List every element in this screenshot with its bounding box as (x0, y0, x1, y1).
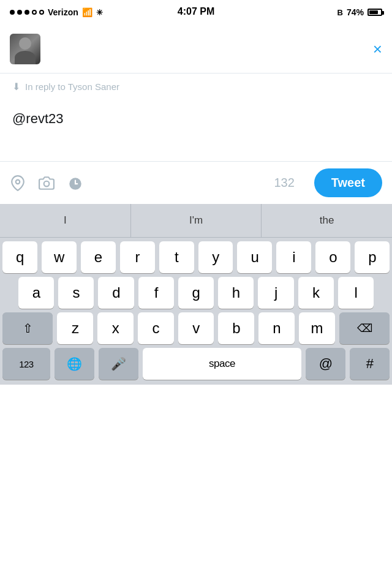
keyboard-row-2: a s d f g h j k l (0, 273, 392, 309)
battery-fill (369, 10, 378, 14)
predictive-item-0[interactable]: I (0, 204, 131, 237)
keyboard-row-4: 123 🌐 🎤 space @ # (0, 344, 392, 385)
at-key[interactable]: @ (306, 348, 345, 380)
key-f[interactable]: f (138, 277, 174, 309)
status-time: 4:07 PM (178, 6, 214, 17)
bluetooth-icon: B (337, 8, 343, 17)
status-left: Verizon 📶 ✳ (10, 7, 103, 17)
key-c[interactable]: c (138, 312, 174, 344)
key-b[interactable]: b (218, 312, 254, 344)
key-i[interactable]: i (276, 241, 311, 273)
key-x[interactable]: x (97, 312, 134, 344)
predictive-bar: I I'm the (0, 204, 392, 238)
avatar-image (10, 34, 40, 64)
char-count: 132 (274, 176, 294, 190)
battery-icon (368, 9, 382, 16)
reply-label: ⬇ In reply to Tyson Saner (0, 74, 392, 100)
key-a[interactable]: a (18, 277, 54, 309)
keyboard-row-3: ⇧ z x c v b n m ⌫ (0, 309, 392, 344)
key-p[interactable]: p (355, 241, 390, 273)
key-e[interactable]: e (81, 241, 116, 273)
svg-point-1 (44, 181, 50, 186)
key-m[interactable]: m (299, 312, 335, 344)
key-v[interactable]: v (178, 312, 214, 344)
signal-dot-5 (39, 10, 44, 15)
key-w[interactable]: w (42, 241, 77, 273)
shift-key[interactable]: ⇧ (2, 312, 53, 344)
key-r[interactable]: r (120, 241, 155, 273)
key-u[interactable]: u (237, 241, 272, 273)
key-d[interactable]: d (98, 277, 134, 309)
tweet-header: × (0, 24, 392, 74)
predictive-item-1[interactable]: I'm (131, 204, 262, 237)
key-s[interactable]: s (58, 277, 94, 309)
reply-to-text: In reply to Tyson Saner (25, 81, 119, 92)
close-button[interactable]: × (373, 41, 382, 57)
signal-dot-2 (17, 10, 22, 15)
carrier-label: Verizon (48, 7, 78, 17)
key-j[interactable]: j (258, 277, 293, 309)
hash-key[interactable]: # (350, 348, 390, 380)
key-y[interactable]: y (198, 241, 233, 273)
globe-key[interactable]: 🌐 (55, 348, 94, 380)
tweet-toolbar: 132 Tweet (0, 161, 392, 204)
keyboard-row-1: q w e r t y u i o p (0, 238, 392, 273)
key-h[interactable]: h (218, 277, 254, 309)
tweet-compose-area[interactable]: @revt23 (0, 100, 392, 161)
avatar (10, 34, 40, 64)
key-k[interactable]: k (298, 277, 334, 309)
reply-arrow-icon: ⬇ (12, 81, 20, 92)
location-button[interactable] (10, 175, 26, 191)
battery-percent: 74% (347, 7, 364, 17)
signal-dot-3 (24, 10, 29, 15)
predictive-item-2[interactable]: the (262, 204, 392, 237)
key-g[interactable]: g (178, 277, 214, 309)
signal-dot-4 (32, 10, 37, 15)
key-t[interactable]: t (159, 241, 194, 273)
status-bar: Verizon 📶 ✳ 4:07 PM B 74% (0, 0, 392, 24)
camera-button[interactable] (38, 175, 55, 191)
key-q[interactable]: q (2, 241, 37, 273)
key-n[interactable]: n (258, 312, 295, 344)
avatar-head (19, 37, 31, 50)
delete-key[interactable]: ⌫ (339, 312, 390, 344)
microphone-key[interactable]: 🎤 (99, 348, 138, 380)
tweet-button[interactable]: Tweet (314, 168, 382, 197)
keyboard: q w e r t y u i o p a s d f g h j k l ⇧ … (0, 238, 392, 385)
signal-dot-1 (10, 10, 15, 15)
key-z[interactable]: z (57, 312, 93, 344)
space-key[interactable]: space (143, 348, 302, 380)
avatar-body (15, 51, 36, 64)
key-o[interactable]: o (315, 241, 350, 273)
activity-icon: ✳ (96, 8, 103, 17)
signal-indicator (10, 10, 44, 15)
timer-button[interactable] (67, 175, 83, 191)
key-l[interactable]: l (338, 277, 374, 309)
numbers-key[interactable]: 123 (2, 348, 50, 380)
status-right: B 74% (337, 7, 382, 17)
wifi-icon: 📶 (82, 7, 92, 17)
svg-point-0 (16, 179, 20, 184)
